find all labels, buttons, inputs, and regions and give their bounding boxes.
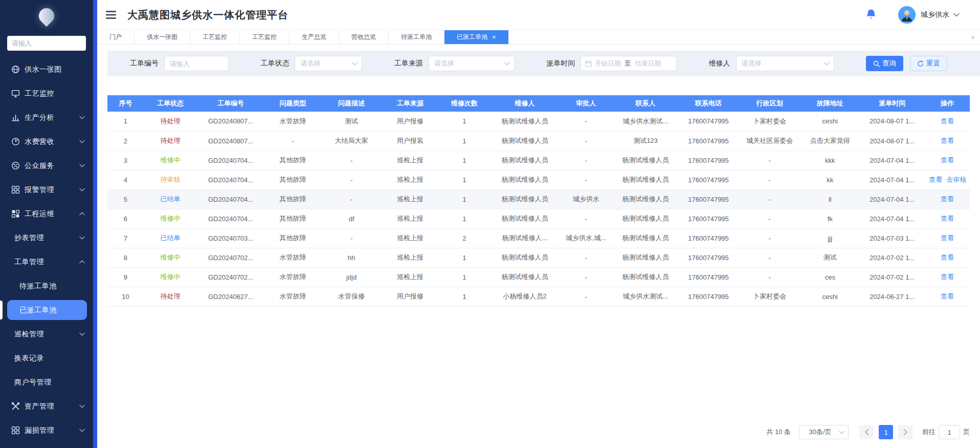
user-name[interactable]: 城乡供水 <box>921 10 949 19</box>
page-title: 大禹慧图城乡供水一体化管理平台 <box>127 8 288 22</box>
sidebar-item-public-service[interactable]: 公众服务 <box>0 154 93 178</box>
go-review-link[interactable]: 去审核 <box>946 176 966 183</box>
view-link[interactable]: 查看 <box>941 273 954 281</box>
sidebar-item-label: 工程运维 <box>25 209 54 219</box>
column-header: 工单来源 <box>382 95 438 112</box>
sidebar-item-leakage-management[interactable]: 漏损管理 <box>0 418 93 442</box>
view-link[interactable]: 查看 <box>941 195 954 203</box>
sidebar-item-pending-order-pool[interactable]: 待派工单池 <box>0 274 93 298</box>
cell-status: 维修中 <box>144 209 197 228</box>
table-row[interactable]: 7已结单GD20240703...其他故障-巡检上报2杨测试维修人...城乡供水… <box>107 228 970 248</box>
goto-page-input[interactable] <box>939 425 960 439</box>
view-link[interactable]: 查看 <box>941 292 954 300</box>
sidebar-item-asset-management[interactable]: 资产管理 <box>0 394 93 418</box>
table-row[interactable]: 4待审核GD20240704...其他故障-巡检上报1杨测试维修人员-杨测试维修… <box>107 170 970 189</box>
order-source-select[interactable]: 请选择 <box>429 56 515 71</box>
tab-process-monitor-1[interactable]: 工艺监控 <box>190 30 240 44</box>
cell-actions: 查看 <box>925 131 970 151</box>
sidebar-item-label: 报警管理 <box>25 185 54 195</box>
order-status-select[interactable]: 请选择 <box>295 56 362 71</box>
sidebar-item-dispatched-order-pool[interactable]: 已派工单池 <box>0 298 93 322</box>
sidebar-item-merchant-id[interactable]: 商户号管理 <box>0 370 93 394</box>
column-header: 联系人 <box>613 95 678 112</box>
cell-problem-type: 其他故障 <box>264 170 321 189</box>
table-row[interactable]: 2待处理GD20240807...-大结局大家用户报装1杨测试维修人员-测试12… <box>107 131 970 151</box>
cell-status: 待处理 <box>144 112 197 131</box>
view-link[interactable]: 查看 <box>941 234 954 242</box>
tab-production-overview[interactable]: 生产总览 <box>289 30 339 44</box>
cell-repairer: 杨测试维修人... <box>491 228 560 248</box>
cell-actions: 查看 <box>925 267 970 287</box>
cell-order-no: GD20240807... <box>197 131 264 151</box>
cell-source: 用户报修 <box>382 112 438 131</box>
sidebar-search-input[interactable] <box>7 36 86 51</box>
sidebar-item-work-order[interactable]: 工单管理 <box>0 250 93 274</box>
view-link[interactable]: 查看 <box>941 137 954 144</box>
table-row[interactable]: 6维修中GD20240704...其他故障df巡检上报1杨测试维修人员-杨测试维… <box>107 209 970 228</box>
reset-button[interactable]: 重置 <box>910 56 947 71</box>
view-link[interactable]: 查看 <box>941 215 954 222</box>
sidebar-item-label: 公众服务 <box>25 161 54 170</box>
sidebar: 供水一张图工艺监控生产分析水费营收公众服务报警管理工程运维抄表管理工单管理待派工… <box>0 0 93 448</box>
tab-pending-order-pool[interactable]: 待派工单池 <box>389 30 444 44</box>
close-tab-icon[interactable]: × <box>492 34 496 40</box>
tab-process-monitor-2[interactable]: 工艺监控 <box>240 30 289 44</box>
user-avatar[interactable] <box>898 6 916 24</box>
sidebar-item-meter-reading[interactable]: 抄表管理 <box>0 226 93 250</box>
sidebar-item-engineering-ops[interactable]: 工程运维 <box>0 202 93 226</box>
search-button[interactable]: 查询 <box>866 56 903 71</box>
sidebar-item-alarm-management[interactable]: 报警管理 <box>0 178 93 202</box>
table-row[interactable]: 10待处理GD20240627...水管故障水管保修用户报修1小杨维修人员2-城… <box>107 287 970 306</box>
table-row[interactable]: 5已结单GD20240704...其他故障-巡检上报1杨测试维修人员城乡供水杨测… <box>107 189 970 209</box>
dispatch-date-range-picker[interactable]: 开始日期 至 结束日期 <box>581 56 677 71</box>
cell-problem-type: 其他故障 <box>264 209 321 228</box>
prev-page-button[interactable] <box>859 425 874 439</box>
notification-bell-icon[interactable] <box>865 9 877 21</box>
cell-actions: 查看 <box>925 248 970 267</box>
view-link[interactable]: 查看 <box>929 176 942 183</box>
cell-contact: 杨测试维修人员 <box>613 209 678 228</box>
sidebar-item-water-fee-revenue[interactable]: 水费营收 <box>0 130 93 154</box>
page-number-current[interactable]: 1 <box>879 425 893 439</box>
cell-order-no: GD20240704... <box>197 209 264 228</box>
tab-list-caret-icon[interactable]: ▼ <box>970 35 975 40</box>
page-size-select[interactable]: 30条/页 <box>799 425 849 439</box>
sidebar-item-inspection[interactable]: 巡检管理 <box>0 322 93 346</box>
order-no-input[interactable] <box>164 56 229 71</box>
sidebar-item-meter-replacement[interactable]: 换表记录 <box>0 346 93 370</box>
start-date-placeholder: 开始日期 <box>595 59 620 68</box>
cell-address: fk <box>800 209 859 228</box>
chevron-down-icon <box>824 62 830 66</box>
sidebar-item-process-monitor[interactable]: 工艺监控 <box>0 81 93 105</box>
table-row[interactable]: 1待处理GD20240807...水管故障测试用户报修1杨测试维修人员-城乡供水… <box>107 112 970 131</box>
cell-no: 2 <box>107 131 144 151</box>
cell-problem-type: - <box>264 131 321 151</box>
cell-actions: 查看 <box>925 189 970 209</box>
tab-supply-map[interactable]: 供水一张图 <box>135 30 190 44</box>
tab-label: 供水一张图 <box>147 33 177 41</box>
chevron-down-icon[interactable] <box>953 13 960 17</box>
sidebar-item-supply-map[interactable]: 供水一张图 <box>0 57 93 81</box>
tab-revenue-overview[interactable]: 营收总览 <box>339 30 389 44</box>
tab-portal[interactable]: 门户 <box>97 30 135 44</box>
cell-problem-type: 水管故障 <box>264 112 321 131</box>
cell-actions: 查看 <box>925 228 970 248</box>
collapse-menu-icon[interactable] <box>106 10 116 19</box>
table-row[interactable]: 8维修中GD20240702...水管故障hh巡检上报1杨测试维修人员-杨测试维… <box>107 248 970 267</box>
next-page-button[interactable] <box>898 425 912 439</box>
table-row[interactable]: 3维修中GD20240704...其他故障-巡检上报1杨测试维修人员-杨测试维修… <box>107 151 970 170</box>
table-row[interactable]: 9维修中GD20240702...水管故障jdjd巡检上报1杨测试维修人员-杨测… <box>107 267 970 287</box>
goto-label: 前往 <box>922 428 936 437</box>
view-link[interactable]: 查看 <box>941 253 954 261</box>
cell-source: 巡检上报 <box>382 209 438 228</box>
tab-dispatched-order-pool[interactable]: 已派工单池× <box>444 30 508 44</box>
cell-repair-count: 1 <box>438 170 490 189</box>
calendar-icon <box>585 60 592 67</box>
filter-bar: 工单编号 工单状态 请选择 工单来源 请选择 派单时间 <box>107 51 980 76</box>
sidebar-item-production-analysis[interactable]: 生产分析 <box>0 105 93 130</box>
repairer-select[interactable]: 请选择 <box>736 56 834 71</box>
view-link[interactable]: 查看 <box>941 117 954 125</box>
view-link[interactable]: 查看 <box>941 156 954 164</box>
sidebar-item-label: 换表记录 <box>14 354 44 363</box>
cell-district: - <box>739 189 800 209</box>
